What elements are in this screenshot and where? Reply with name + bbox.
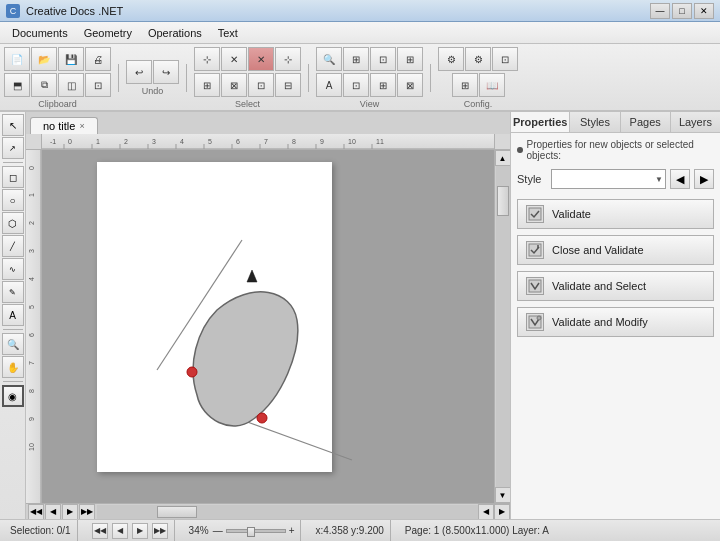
page-nav: ◀◀ ◀ ▶ ▶▶: [26, 504, 97, 520]
svg-text:6: 6: [236, 138, 240, 145]
subtitle-text: Properties for new objects or selected o…: [527, 139, 715, 161]
view-btn-3[interactable]: ⊡: [370, 47, 396, 71]
svg-text:11: 11: [376, 138, 384, 145]
tool-circle[interactable]: ○: [2, 189, 24, 211]
zoom-slider[interactable]: [226, 529, 286, 533]
select-btn-6[interactable]: ⊠: [221, 73, 247, 97]
svg-text:7: 7: [28, 361, 35, 365]
svg-text:3: 3: [28, 249, 35, 253]
tool-select[interactable]: ↖: [2, 114, 24, 136]
tool-pan[interactable]: ✋: [2, 356, 24, 378]
select-btn-1[interactable]: ⊹: [194, 47, 220, 71]
tab-properties[interactable]: Properties: [511, 112, 570, 132]
zoom-thumb[interactable]: [247, 527, 255, 537]
tb-btn-3[interactable]: ◫: [58, 73, 84, 97]
tool-node[interactable]: ↗: [2, 137, 24, 159]
scroll-up-button[interactable]: ▲: [495, 150, 511, 166]
scroll-v-track[interactable]: [496, 166, 510, 487]
tool-poly[interactable]: ⬡: [2, 212, 24, 234]
style-prev-button[interactable]: ◀: [670, 169, 690, 189]
tool-bezier[interactable]: ∿: [2, 258, 24, 280]
tab-close-button[interactable]: ×: [79, 121, 84, 131]
select-btn-5[interactable]: ⊞: [194, 73, 220, 97]
ruler-vertical: 0 1 2 3 4 5 6 7 8 9 10: [26, 150, 42, 503]
tab-pages[interactable]: Pages: [621, 112, 671, 132]
style-dropdown[interactable]: ▼: [551, 169, 666, 189]
scroll-h-track[interactable]: [97, 505, 478, 519]
tool-zoom[interactable]: 🔍: [2, 333, 24, 355]
view-btn-2[interactable]: ⊞: [343, 47, 369, 71]
redo-button[interactable]: ↪: [153, 60, 179, 84]
view-btn-8[interactable]: ⊠: [397, 73, 423, 97]
undo-label: Undo: [142, 86, 164, 96]
zoom-plus-icon[interactable]: +: [289, 525, 295, 536]
canvas[interactable]: [42, 150, 494, 503]
svg-text:10: 10: [348, 138, 356, 145]
selection-section: Selection: 0/1: [4, 520, 78, 541]
validate-select-icon: [526, 277, 544, 295]
maximize-button[interactable]: □: [672, 3, 692, 19]
page-last-button[interactable]: ▶▶: [79, 504, 95, 520]
scroll-left-button[interactable]: ◀: [478, 504, 494, 520]
style-row: Style ▼ ◀ ▶: [517, 169, 714, 189]
view-btn-4[interactable]: ⊞: [397, 47, 423, 71]
select-btn-3[interactable]: ✕: [248, 47, 274, 71]
minimize-button[interactable]: —: [650, 3, 670, 19]
menu-geometry[interactable]: Geometry: [76, 25, 140, 41]
status-nav-3[interactable]: ▶: [132, 523, 148, 539]
tool-fill[interactable]: ◉: [2, 385, 24, 407]
style-next-button[interactable]: ▶: [694, 169, 714, 189]
config-btn-1[interactable]: ⚙: [438, 47, 464, 71]
config-btn-3[interactable]: ⊡: [492, 47, 518, 71]
scroll-h-thumb[interactable]: [157, 506, 197, 518]
tb-btn-2[interactable]: ⧉: [31, 73, 57, 97]
undo-button[interactable]: ↩: [126, 60, 152, 84]
select-btn-8[interactable]: ⊟: [275, 73, 301, 97]
view-btn-7[interactable]: ⊞: [370, 73, 396, 97]
panel-tabs: Properties Styles Pages Layers: [511, 112, 720, 133]
config-btn-4[interactable]: ⊞: [452, 73, 478, 97]
tb-btn-1[interactable]: ⬒: [4, 73, 30, 97]
page-first-button[interactable]: ◀◀: [28, 504, 44, 520]
view-btn-6[interactable]: ⊡: [343, 73, 369, 97]
scroll-right-button[interactable]: ▶: [494, 504, 510, 520]
validate-select-button[interactable]: Validate and Select: [517, 271, 714, 301]
vertical-scrollbar[interactable]: ▲ ▼: [494, 150, 510, 503]
menu-documents[interactable]: Documents: [4, 25, 76, 41]
document-tab[interactable]: no title ×: [30, 117, 98, 134]
page-next-button[interactable]: ▶: [62, 504, 78, 520]
new-button[interactable]: 📄: [4, 47, 30, 71]
close-button[interactable]: ✕: [694, 3, 714, 19]
page-prev-button[interactable]: ◀: [45, 504, 61, 520]
status-nav-4[interactable]: ▶▶: [152, 523, 168, 539]
validate-modify-button[interactable]: Validate and Modify: [517, 307, 714, 337]
select-btn-2[interactable]: ✕: [221, 47, 247, 71]
select-btn-7[interactable]: ⊡: [248, 73, 274, 97]
status-nav-1[interactable]: ◀◀: [92, 523, 108, 539]
tb-btn-4[interactable]: ⊡: [85, 73, 111, 97]
view-btn-5[interactable]: A: [316, 73, 342, 97]
validate-button[interactable]: Validate: [517, 199, 714, 229]
menu-text[interactable]: Text: [210, 25, 246, 41]
tool-text[interactable]: A: [2, 304, 24, 326]
tab-layers[interactable]: Layers: [671, 112, 720, 132]
scroll-corner-top: [494, 134, 510, 150]
tool-pen[interactable]: ✎: [2, 281, 24, 303]
open-button[interactable]: 📂: [31, 47, 57, 71]
tool-rect[interactable]: ◻: [2, 166, 24, 188]
print-button[interactable]: 🖨: [85, 47, 111, 71]
horizontal-scrollbar[interactable]: ◀◀ ◀ ▶ ▶▶ ◀ ▶: [26, 503, 510, 519]
scroll-v-thumb[interactable]: [497, 186, 509, 216]
save-button[interactable]: 💾: [58, 47, 84, 71]
close-validate-button[interactable]: Close and Validate: [517, 235, 714, 265]
config-btn-2[interactable]: ⚙: [465, 47, 491, 71]
status-nav-2[interactable]: ◀: [112, 523, 128, 539]
scroll-down-button[interactable]: ▼: [495, 487, 511, 503]
tool-line[interactable]: ╱: [2, 235, 24, 257]
menu-operations[interactable]: Operations: [140, 25, 210, 41]
tab-styles[interactable]: Styles: [570, 112, 620, 132]
select-btn-4[interactable]: ⊹: [275, 47, 301, 71]
view-btn-1[interactable]: 🔍: [316, 47, 342, 71]
zoom-minus-icon[interactable]: —: [213, 525, 223, 536]
config-btn-5[interactable]: 📖: [479, 73, 505, 97]
